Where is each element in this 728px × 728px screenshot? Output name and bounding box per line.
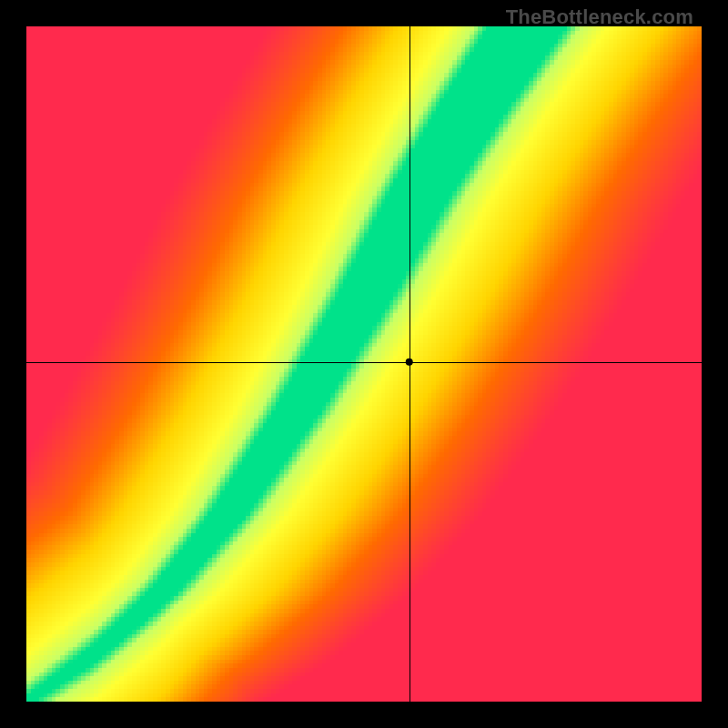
watermark-text: TheBottleneck.com: [506, 5, 693, 29]
chart-container: TheBottleneck.com: [0, 0, 728, 728]
plot-frame: [26, 26, 702, 702]
crosshair-overlay: [26, 26, 702, 702]
